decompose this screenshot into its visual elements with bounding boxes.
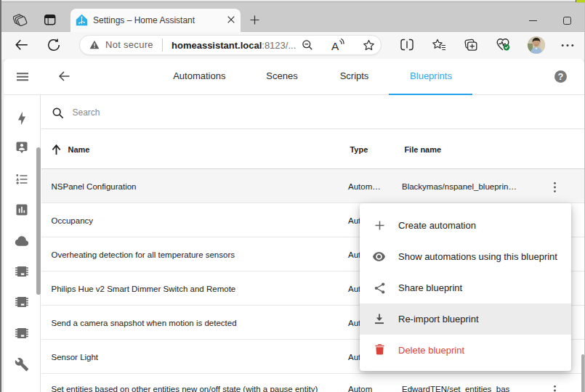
svg-text:A: A bbox=[331, 40, 339, 52]
svg-text:?: ? bbox=[557, 71, 563, 82]
